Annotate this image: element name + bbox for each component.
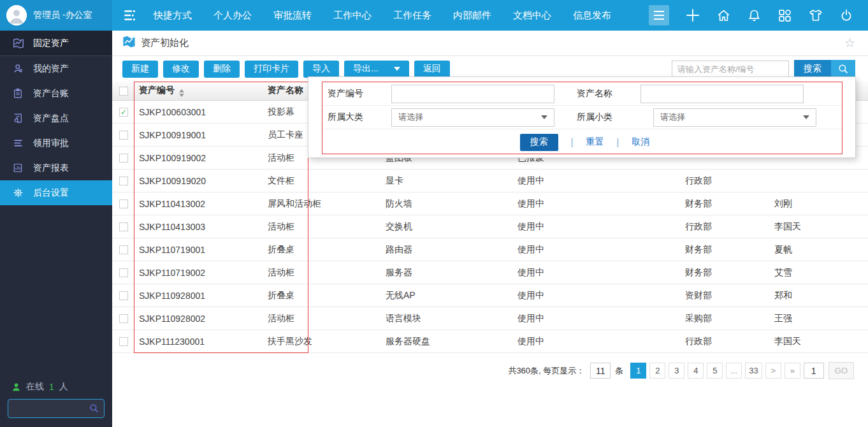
nav-item-shortcuts[interactable]: 快捷方式 [143, 0, 203, 31]
asset-search-input[interactable] [672, 61, 789, 78]
per-page-input[interactable] [590, 363, 611, 379]
power-icon[interactable] [839, 8, 854, 23]
page-button-3[interactable]: 3 [669, 363, 684, 379]
table-row[interactable]: SJKP110413002 屏风和活动柜 防火墙 使用中 财务部 刘刚 [112, 192, 868, 215]
sidebar-item-backend-settings[interactable]: 后台设置 [0, 180, 112, 205]
page-button-2[interactable]: 2 [649, 363, 665, 379]
row-checkbox[interactable] [119, 131, 128, 140]
sort-icon[interactable] [179, 89, 184, 97]
nav-item-document-center[interactable]: 文档中心 [502, 0, 562, 31]
new-button[interactable]: 新建 [122, 61, 158, 78]
row-checkbox[interactable] [119, 291, 128, 300]
nav-list-icon[interactable] [122, 7, 139, 24]
advanced-search-panel: 资产编号 资产名称 所属大类 请选择 所属小类 请选择 [308, 76, 856, 158]
apps-grid-icon[interactable] [777, 8, 793, 24]
sidebar-item-asset-reports[interactable]: 资产报表 [0, 156, 112, 180]
row-checkbox-checked[interactable]: ✓ [119, 108, 128, 117]
major-category-select[interactable]: 请选择 [391, 108, 554, 127]
search-button[interactable]: 搜索 [794, 60, 831, 78]
hamburger-menu-icon[interactable] [649, 5, 669, 25]
sidebar-item-fixed-assets[interactable]: 固定资产 [0, 31, 112, 56]
bell-icon[interactable] [746, 8, 762, 24]
import-button[interactable]: 导入 [303, 61, 339, 78]
table-row[interactable]: SJKP110928002 活动柜 语言模块 使用中 采购部 王强 [112, 307, 868, 330]
pagination: 共360条, 每页显示： 条 1 2 3 4 5 ... 33 > » GO [508, 362, 854, 379]
select-all-checkbox[interactable] [119, 87, 128, 96]
row-checkbox[interactable] [119, 199, 128, 208]
plus-icon[interactable] [684, 7, 701, 24]
minor-category-select[interactable]: 请选择 [653, 108, 816, 127]
sidebar-item-label: 资产台账 [33, 88, 69, 99]
pagination-total: 共360条, 每页显示： [508, 365, 584, 377]
page-button-4[interactable]: 4 [688, 363, 704, 379]
filter-row-2: 所属大类 请选择 所属小类 请选择 [322, 106, 842, 129]
favorite-star-icon[interactable]: ☆ [844, 36, 855, 50]
search-icon[interactable] [89, 403, 99, 416]
online-label: 在线 [26, 381, 44, 393]
avatar [6, 5, 27, 25]
page-button-33[interactable]: 33 [745, 363, 762, 379]
asset-code-input[interactable] [391, 85, 554, 103]
panel-search-button[interactable]: 搜索 [520, 134, 558, 151]
edit-button[interactable]: 修改 [163, 61, 199, 78]
asset-name-label: 资产名称 [577, 88, 640, 99]
next-page-button[interactable]: > [765, 363, 781, 379]
table-row[interactable]: SJKP111230001 扶手黑沙发 服务器硬盘 使用中 行政部 李国天 [112, 330, 868, 353]
column-header-asset-code[interactable]: 资产编号 [135, 85, 268, 97]
chevron-down-icon [394, 67, 400, 71]
nav-item-work-center[interactable]: 工作中心 [322, 0, 382, 31]
row-checkbox[interactable] [119, 177, 128, 185]
table-row[interactable]: SJKP110719002 活动柜 服务器 使用中 财务部 艾雪 [112, 261, 868, 284]
page-button-5[interactable]: 5 [707, 363, 723, 379]
shirt-icon[interactable] [807, 7, 824, 24]
nav-item-approval-flow[interactable]: 审批流转 [263, 0, 322, 31]
page-button-1[interactable]: 1 [630, 363, 646, 379]
table-row[interactable]: SJKP100919020 文件柜 显卡 使用中 行政部 [112, 170, 868, 192]
go-button[interactable]: GO [828, 362, 854, 379]
row-checkbox[interactable] [119, 245, 128, 254]
table-row[interactable]: SJKP110928001 折叠桌 无线AP 使用中 资财部 郑和 [112, 284, 868, 307]
per-page-unit: 条 [615, 365, 623, 377]
goto-page-input[interactable] [804, 363, 824, 379]
online-person-icon [11, 382, 21, 392]
nav-item-work-tasks[interactable]: 工作任务 [382, 0, 442, 31]
user-profile[interactable]: 管理员 -办公室 [0, 0, 112, 31]
area-chart-icon [13, 38, 24, 48]
reset-link[interactable]: 重置 [586, 136, 604, 148]
chevron-down-icon [803, 115, 809, 119]
back-button[interactable]: 返回 [414, 61, 450, 78]
nav-item-info-publish[interactable]: 信息发布 [562, 0, 622, 31]
row-checkbox[interactable] [119, 314, 128, 323]
sidebar: 固定资产 我的资产 资产台账 资产盘点 领用审批 [0, 31, 112, 427]
sidebar-item-my-assets[interactable]: 我的资产 [0, 56, 112, 81]
person-icon [13, 63, 24, 74]
row-checkbox[interactable] [119, 268, 128, 277]
online-status: 在线 1 人 [11, 381, 105, 393]
export-dropdown-button[interactable]: 导出... [344, 61, 409, 78]
cancel-link[interactable]: 取消 [632, 136, 649, 148]
sidebar-item-asset-inventory[interactable]: 资产盘点 [0, 106, 112, 131]
sidebar-item-asset-ledger[interactable]: 资产台账 [0, 81, 112, 106]
asset-name-input[interactable] [640, 85, 804, 103]
row-checkbox[interactable] [119, 337, 128, 346]
separator: | [617, 137, 619, 147]
page-ellipsis: ... [726, 363, 742, 379]
sidebar-item-label: 领用审批 [33, 138, 69, 149]
sidebar-item-requisition-approval[interactable]: 领用审批 [0, 131, 112, 156]
last-page-button[interactable]: » [785, 363, 800, 379]
report-icon [13, 163, 24, 173]
print-card-button[interactable]: 打印卡片 [245, 61, 298, 78]
search-icon-button[interactable] [831, 60, 855, 78]
asset-code-label: 资产编号 [328, 88, 391, 99]
document-search-icon [13, 113, 24, 124]
delete-button[interactable]: 删除 [204, 61, 240, 78]
table-row[interactable]: SJKP110719001 折叠桌 路由器 使用中 财务部 夏帆 [112, 238, 868, 261]
row-checkbox[interactable] [119, 222, 128, 231]
nav-item-internal-mail[interactable]: 内部邮件 [442, 0, 502, 31]
home-icon[interactable] [716, 8, 732, 24]
row-checkbox[interactable] [119, 154, 128, 163]
table-row[interactable]: SJKP110413003 活动柜 交换机 使用中 行政部 李国天 [112, 215, 868, 238]
top-bar: 管理员 -办公室 快捷方式 个人办公 审批流转 工作中心 工作任务 内部邮件 文… [0, 0, 868, 31]
sidebar-item-label: 资产盘点 [33, 113, 69, 124]
nav-item-personal-office[interactable]: 个人办公 [203, 0, 263, 31]
